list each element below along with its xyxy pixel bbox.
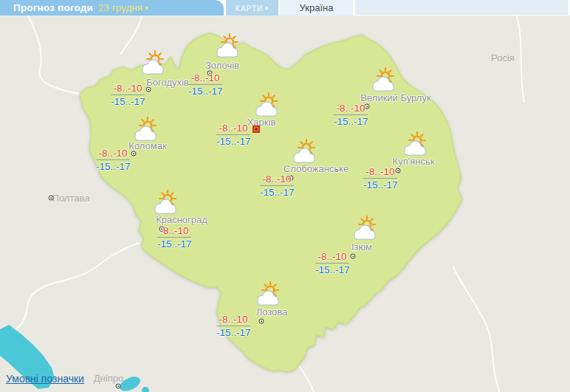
city-label[interactable]: Богодухів xyxy=(146,77,189,88)
forecast-title-bar: Прогноз погоди 23 грудня ▾ xyxy=(0,0,224,16)
night-temp: -15..-17 xyxy=(188,85,222,96)
day-temp: -8..-10 xyxy=(334,103,368,115)
day-temp: -8..-10 xyxy=(157,226,191,238)
date-dropdown[interactable]: 23 грудня ▾ xyxy=(98,2,148,13)
temperature-block: -8..-10-15..-17 xyxy=(260,174,294,197)
tab-maps[interactable]: КАРТИ ▶ xyxy=(226,0,278,16)
sun-cloud-icon xyxy=(349,215,379,241)
day-temp: -8..-10 xyxy=(216,314,250,326)
night-temp: -15..-17 xyxy=(216,135,250,146)
temperature-block: -8..-10-15..-17 xyxy=(157,226,191,249)
night-temp: -15..-17 xyxy=(334,115,368,126)
marker-dot xyxy=(261,320,263,323)
temperature-block: -8..-10-15..-17 xyxy=(334,103,368,126)
city-overlay: Богодухів-8..-10-15..-17Золочів-8..-10-1… xyxy=(0,0,570,392)
city-label[interactable]: Слобожанське xyxy=(284,163,348,174)
city-label[interactable]: Коломак xyxy=(128,140,166,151)
sun-cloud-icon xyxy=(253,281,282,307)
city-label[interactable]: Куп'янськ xyxy=(393,156,435,167)
header: Прогноз погоди 23 грудня ▾ КАРТИ ▶ Украї… xyxy=(0,0,570,16)
temperature-block: -8..-10-15..-17 xyxy=(216,123,250,146)
temperature-block: -8..-10-15..-17 xyxy=(363,167,397,190)
sun-cloud-icon xyxy=(289,138,318,165)
city-label[interactable]: Лозова xyxy=(256,306,288,317)
day-temp: -8..-10 xyxy=(216,123,250,135)
city-label[interactable]: Харків xyxy=(247,117,276,128)
night-temp: -15..-17 xyxy=(111,95,145,106)
sun-cloud-icon xyxy=(251,92,281,118)
city-label[interactable]: Золочів xyxy=(205,60,239,71)
marker-dot xyxy=(117,385,120,388)
sun-cloud-icon xyxy=(130,116,159,142)
marker-dot xyxy=(50,197,52,199)
marker-dot xyxy=(133,153,135,155)
day-temp: -8..-10 xyxy=(315,252,349,264)
day-temp: -8..-10 xyxy=(260,174,294,186)
town-marker xyxy=(49,196,54,201)
marker-dot xyxy=(255,128,258,131)
sun-cloud-icon xyxy=(368,66,397,93)
town-marker[interactable] xyxy=(146,87,151,92)
page-title: Прогноз погоди xyxy=(13,2,93,13)
city-label[interactable]: Великий Бурлук xyxy=(360,92,430,103)
night-temp: -15..-17 xyxy=(315,264,349,275)
ukraine-tab-label: Україна xyxy=(300,2,334,13)
marker-dot xyxy=(148,89,150,91)
city-label[interactable]: Ізюм xyxy=(351,241,372,252)
city-label[interactable]: Красноград xyxy=(156,214,207,225)
maps-tab-label: КАРТИ xyxy=(235,4,263,13)
night-temp: -15..-17 xyxy=(260,186,294,197)
neighbor-label: Росія xyxy=(491,52,515,63)
temperature-block: -8..-10-15..-17 xyxy=(96,148,130,171)
sun-cloud-icon xyxy=(150,189,179,216)
sun-cloud-icon xyxy=(399,131,429,157)
day-temp: -8..-10 xyxy=(111,83,145,95)
capital-marker[interactable] xyxy=(253,125,260,133)
day-temp: -8..-10 xyxy=(363,167,397,179)
town-marker xyxy=(116,384,121,389)
temperature-block: -8..-10-15..-17 xyxy=(315,252,349,275)
chevron-down-icon: ▾ xyxy=(145,4,148,12)
tab-ukraine[interactable]: Україна xyxy=(280,0,353,16)
day-temp: -8..-10 xyxy=(96,148,130,160)
legend-link[interactable]: Умовні позначки xyxy=(6,373,84,385)
town-marker[interactable] xyxy=(259,319,264,324)
temperature-block: -8..-10-15..-17 xyxy=(188,73,222,96)
town-marker[interactable] xyxy=(131,151,137,157)
night-temp: -15..-17 xyxy=(216,326,250,337)
date-label: 23 грудня xyxy=(98,2,142,13)
temperature-block: -8..-10-15..-17 xyxy=(111,83,145,106)
header-strip xyxy=(355,0,569,15)
town-marker[interactable] xyxy=(351,254,356,259)
temperature-block: -8..-10-15..-17 xyxy=(216,314,250,337)
day-temp: -8..-10 xyxy=(188,73,222,85)
marker-dot xyxy=(397,170,399,172)
neighbor-label: Полтава xyxy=(52,193,90,204)
night-temp: -15..-17 xyxy=(157,238,191,249)
chevron-right-icon: ▶ xyxy=(265,5,269,11)
sun-cloud-icon xyxy=(137,49,167,76)
marker-dot xyxy=(352,255,354,258)
sun-cloud-icon xyxy=(212,32,241,59)
night-temp: -15..-17 xyxy=(363,179,397,190)
neighbor-label: Дніпро xyxy=(94,373,123,384)
night-temp: -15..-17 xyxy=(96,160,130,171)
